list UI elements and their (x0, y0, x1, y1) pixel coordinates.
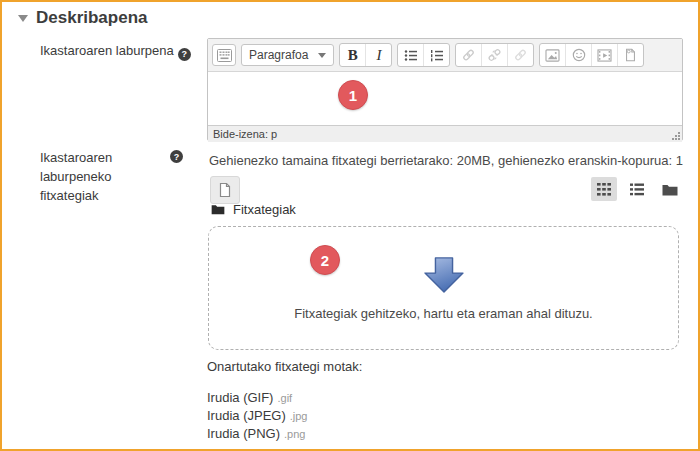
italic-button[interactable]: I (366, 44, 391, 66)
accepted-type-row: Irudia (GIF).gif (207, 390, 292, 405)
unlink-button[interactable] (482, 44, 508, 66)
file-path-label: Fitxategiak (233, 202, 296, 217)
insert-media-button[interactable] (592, 44, 618, 66)
list-view-button[interactable] (624, 177, 650, 201)
emoticon-button[interactable] (566, 44, 592, 66)
bold-button[interactable]: B (340, 44, 366, 66)
section-title: Deskribapena (36, 8, 148, 28)
emoticon-icon (572, 48, 586, 62)
bold-icon: B (348, 47, 358, 64)
link-icon (461, 48, 476, 62)
help-icon-files[interactable]: ? (170, 150, 183, 163)
grid-view-button[interactable] (591, 177, 617, 201)
toggle-toolbar-button[interactable] (212, 44, 236, 66)
resize-grip[interactable] (671, 131, 681, 141)
numbered-list-icon (430, 49, 444, 62)
accepted-type-ext: .png (284, 428, 305, 440)
list-group (397, 43, 450, 67)
accepted-types-title: Onartutako fitxategi motak: (207, 359, 362, 374)
bullet-list-button[interactable] (398, 44, 424, 66)
accepted-type-ext: .gif (277, 392, 292, 404)
accepted-type-ext: .jpg (290, 410, 308, 422)
drop-arrow-icon (422, 256, 466, 294)
manage-files-icon (624, 48, 637, 62)
course-summary-label: Ikastaroaren laburpena? (40, 43, 191, 61)
text-style-group: B I (339, 43, 392, 67)
editor-path-text: Bide-izena: p (213, 128, 277, 140)
editor-toolbar: Paragrafoa B I (208, 39, 682, 72)
summary-editor: Paragrafoa B I (207, 38, 683, 141)
annotation-badge-1: 1 (338, 80, 368, 110)
insert-link-button[interactable] (456, 44, 482, 66)
chevron-down-icon (318, 53, 326, 58)
unlink-icon (487, 48, 502, 62)
folder-icon (211, 204, 225, 215)
collapse-triangle-icon (18, 15, 28, 22)
folder-view-icon (662, 183, 678, 196)
italic-icon: I (376, 47, 381, 64)
accepted-type-name: Irudia (PNG) (207, 426, 280, 441)
tree-view-button[interactable] (657, 177, 683, 201)
accepted-type-name: Irudia (JPEG) (207, 408, 286, 423)
bullet-list-icon (404, 49, 418, 62)
manage-files-button[interactable] (618, 44, 643, 66)
file-path-row[interactable]: Fitxategiak (211, 202, 296, 217)
toggle-toolbar-icon (217, 49, 232, 62)
max-upload-info: Gehienezko tamaina fitxategi berrietarak… (207, 153, 683, 168)
course-summary-label-text: Ikastaroaren laburpena (40, 43, 174, 58)
insert-image-button[interactable] (540, 44, 566, 66)
accepted-type-name: Irudia (GIF) (207, 390, 273, 405)
numbered-list-button[interactable] (424, 44, 449, 66)
prevent-autolink-icon (513, 48, 528, 62)
annotation-badge-2: 2 (310, 245, 340, 275)
section-toggle-deskribapena[interactable]: Deskribapena (18, 8, 148, 28)
media-icon (597, 49, 612, 62)
image-icon (545, 49, 560, 62)
view-mode-buttons (2, 177, 683, 201)
accepted-type-row: Irudia (PNG).png (207, 426, 305, 441)
grid-view-icon (597, 183, 611, 196)
editor-content-area[interactable]: 1 (208, 72, 682, 125)
editor-statusbar: Bide-izena: p (208, 125, 682, 142)
media-group (539, 43, 644, 67)
help-icon[interactable]: ? (178, 48, 191, 61)
paragraph-format-dropdown[interactable]: Paragrafoa (241, 44, 334, 66)
list-view-icon (630, 183, 644, 196)
link-group (455, 43, 534, 67)
dropzone-hint-text: Fitxategiak gehitzeko, hartu eta eraman … (294, 306, 592, 321)
format-dropdown-value: Paragrafoa (249, 48, 308, 62)
accepted-type-row: Irudia (JPEG).jpg (207, 408, 308, 423)
file-dropzone[interactable]: 2 Fitxategiak gehitzeko, hartu eta erama… (208, 226, 679, 350)
prevent-autolink-button[interactable] (508, 44, 533, 66)
description-settings-panel: Deskribapena Ikastaroaren laburpena? Par… (0, 0, 700, 451)
